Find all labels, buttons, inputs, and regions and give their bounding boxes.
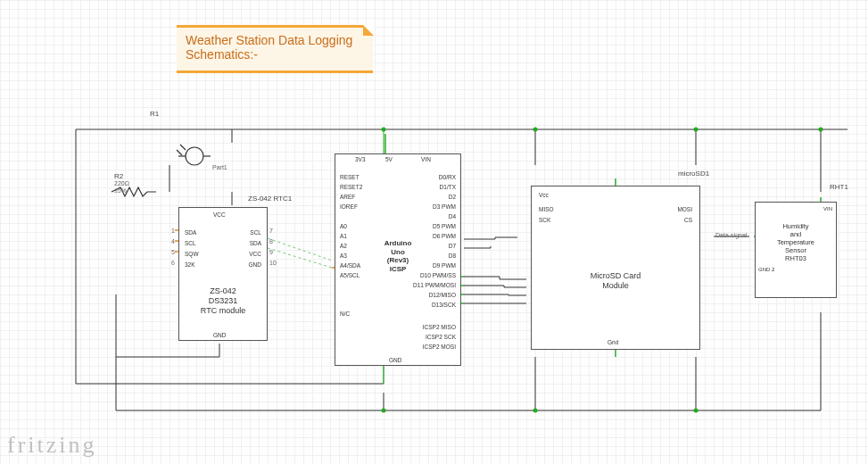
sd-miso: MISO: [539, 206, 554, 212]
ard-ioref: IOREF: [340, 203, 358, 210]
sd-cs: CS: [684, 217, 692, 223]
svg-point-1: [533, 128, 538, 132]
rtc-n1: 1: [171, 228, 175, 234]
rtc-t3: RTC module: [179, 306, 267, 316]
r2-value: 220Ω: [114, 180, 129, 186]
svg-point-5: [533, 409, 538, 413]
rtc-n9: 9: [269, 249, 273, 255]
svg-point-4: [382, 409, 386, 413]
rht-instance: RHT1: [830, 183, 848, 191]
ard-nc: N/C: [340, 311, 350, 317]
ard-d1: D1/TX: [440, 184, 456, 190]
ard-gnd: GND: [389, 357, 401, 363]
rht-l4: Sensor: [756, 246, 836, 254]
rtc-left-sda: SDA: [185, 229, 196, 236]
rtc-n8: 8: [269, 238, 273, 244]
ard-i2: ICSP2 SCK: [426, 334, 456, 340]
rtc-t2: DS3231: [179, 296, 267, 306]
ard-reset2: RESET2: [340, 184, 362, 190]
rht-l5: RHT03: [756, 254, 836, 262]
ard-a0: A0: [340, 223, 347, 229]
ard-t1: Arduino: [335, 239, 460, 248]
part1-label: Part1: [212, 164, 227, 170]
rtc-right-gnd: GND: [249, 261, 261, 268]
note-corner-fold: [363, 25, 374, 36]
r2-tol: ±5%: [114, 187, 127, 194]
title-note: Weather Station Data Logging Schematics:…: [177, 25, 373, 70]
rtc-left-scl: SCL: [185, 240, 196, 246]
rtc-instance: ZS-042 RTC1: [248, 195, 292, 203]
ard-d12: D12/MISO: [429, 292, 456, 298]
ard-i3: ICSP2 MOSI: [423, 344, 456, 350]
sd-vcc: Vcc: [539, 192, 549, 198]
ard-d11: D11 PWM/MOSI: [413, 282, 456, 288]
ard-t2: Uno: [335, 248, 460, 257]
rht-gnd2: GND 2: [758, 267, 774, 272]
rht-data-label: Data-signal: [715, 232, 747, 238]
svg-point-2: [694, 128, 699, 132]
rtc-vcc: VCC: [213, 211, 226, 218]
schematic-stage: Weather Station Data Logging Schematics:…: [0, 0, 868, 464]
ard-d2: D2: [449, 194, 456, 200]
ard-a1: A1: [340, 233, 347, 239]
svg-point-7: [186, 147, 203, 165]
rtc-n4: 4: [171, 238, 175, 244]
ard-t3: (Rev3): [335, 256, 460, 265]
ard-3v3: 3V3: [355, 156, 366, 162]
rtc-left-sqw: SQW: [185, 251, 199, 257]
svg-point-6: [694, 409, 699, 413]
r2-label: R2: [114, 172, 123, 180]
sd-t2: Module: [532, 281, 699, 291]
ard-d13: D13/SCK: [432, 302, 456, 308]
ard-reset: RESET: [340, 174, 360, 180]
rtc-gnd: GND: [213, 332, 226, 338]
sd-mosi: MOSI: [677, 206, 692, 212]
rtc-right-vcc: VCC: [249, 251, 261, 257]
ard-d5: D5 PWM: [433, 223, 456, 229]
sd-t1: MicroSD Card: [532, 271, 699, 281]
rtc-n5: 5: [171, 249, 175, 255]
rtc-n7: 7: [269, 228, 273, 234]
ard-d0: D0/RX: [439, 174, 456, 180]
rht-l2: and: [756, 230, 836, 238]
rht-vin: VIN: [823, 206, 832, 211]
rht-l3: Temperature: [756, 238, 836, 246]
ard-d3: D3 PWM: [433, 203, 456, 210]
note-underline: [177, 70, 373, 73]
ard-i1: ICSP2 MISO: [423, 324, 456, 330]
ard-aref: AREF: [340, 194, 355, 200]
ard-d4: D4: [449, 213, 456, 220]
rtc-right-scl: SCL: [250, 229, 261, 236]
note-line2: Schematics:-: [186, 47, 364, 62]
ard-d6: D6 PWM: [433, 233, 456, 239]
ard-5v: 5V: [385, 156, 393, 162]
rtc-left-32k: 32K: [185, 261, 195, 268]
sd-sck: SCK: [539, 217, 550, 223]
rht03-sensor: VIN Humidity and Temperature Sensor RHT0…: [755, 202, 837, 298]
svg-point-3: [819, 128, 823, 132]
rtc-n6: 6: [171, 260, 175, 266]
sd-gnd: Gnd: [608, 339, 618, 345]
rtc-t1: ZS-042: [179, 286, 267, 296]
rtc-module: VCC SDA SCL SQW 32K SCL SDA VCC GND ZS-0…: [178, 207, 268, 341]
note-line1: Weather Station Data Logging: [186, 33, 364, 47]
svg-point-0: [382, 128, 386, 132]
arduino-uno: 3V3 5V VIN RESET RESET2 AREF IOREF A0 A1…: [335, 153, 461, 366]
ard-t4: ICSP: [335, 265, 460, 274]
rtc-right-sda: SDA: [250, 240, 261, 246]
r1-label: R1: [150, 110, 159, 118]
rht-l1: Humidity: [756, 222, 836, 230]
fritzing-logo: fritzing: [7, 432, 97, 459]
ard-vin: VIN: [421, 156, 431, 162]
microsd-module: Vcc MISO SCK MOSI CS MicroSD Card Module…: [531, 186, 700, 350]
rtc-n10: 10: [269, 260, 277, 266]
microsd-instance: microSD1: [678, 170, 709, 178]
